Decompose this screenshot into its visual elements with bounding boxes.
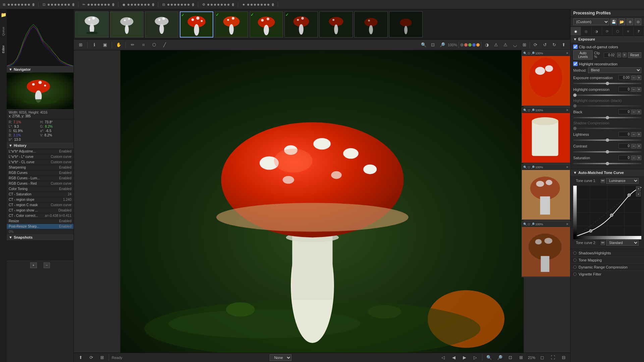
delete-icon-7[interactable]: 🗑 [270, 2, 276, 7]
profile-dropdown[interactable]: (Custom) [573, 18, 609, 25]
preview-3-zoom-minus[interactable]: 🔍 [523, 166, 527, 169]
preview-2-zoom-fit[interactable]: ⊡ [528, 109, 530, 112]
preview-2-close[interactable]: ✕ [566, 108, 569, 112]
black-plus[interactable]: + [637, 110, 641, 114]
history-item-5[interactable]: RGB Curves - Lum... Enabled [7, 176, 73, 181]
tab-raw[interactable]: ⬡ [612, 27, 623, 36]
exposure-section-header[interactable]: ▼ Exposure [571, 36, 644, 43]
history-item-2[interactable]: L*a*b* - CL curve Custom curve [7, 160, 73, 165]
grid-button[interactable]: ⊞ [76, 41, 85, 49]
zoom-plus-button[interactable]: 🔎 [438, 41, 446, 49]
vignette-filter-header[interactable]: Vignette Filter [571, 270, 644, 278]
none-dropdown[interactable]: None [270, 354, 291, 361]
contrast-input[interactable] [619, 143, 631, 148]
tab-meta2[interactable]: ⁋ [634, 27, 644, 36]
history-item-13[interactable]: Resize Enabled [7, 219, 73, 224]
delete-icon-5[interactable]: 🗑 [191, 2, 196, 7]
history-item-3[interactable]: Sharpening Enabled [7, 165, 73, 170]
delete-icon-4[interactable]: 🗑 [151, 2, 156, 7]
queue-icon[interactable]: ⊡ [41, 2, 47, 7]
history-item-14[interactable]: Post-Resize Sharp... Enabled [7, 224, 73, 229]
zoom-out-btn[interactable]: 🔍 [485, 354, 493, 362]
preview-1-zoom-minus[interactable]: 🔍 [523, 52, 527, 55]
tone-mapping-header[interactable]: Tone Mapping [571, 256, 644, 263]
black-minus[interactable]: − [631, 110, 636, 114]
star-icon[interactable]: ★ [241, 2, 246, 7]
hand-tool-button[interactable]: ✋ [115, 41, 123, 49]
saturation-input[interactable] [619, 155, 631, 160]
fullscreen-btn[interactable]: ⛶ [549, 354, 557, 362]
exp-comp-input[interactable] [619, 75, 631, 80]
tab-detail[interactable]: ◎ [581, 27, 591, 36]
pick-shadows-btn[interactable]: ▪ [636, 186, 641, 191]
snapshots-remove-button[interactable]: − [44, 262, 50, 268]
filter-icon[interactable]: ◉ [121, 2, 126, 7]
info-button[interactable]: ℹ [90, 41, 98, 49]
saturation-minus[interactable]: − [631, 156, 636, 160]
profile-load-btn[interactable]: 📂 [619, 18, 625, 25]
preview-2-zoom-minus[interactable]: 🔍 [523, 109, 527, 112]
shadows-highlights-header[interactable]: Shadows/Highlights [571, 249, 644, 256]
redo-btn[interactable]: ↻ [550, 41, 558, 49]
preview-1-zoom-fit[interactable]: ⊡ [528, 52, 530, 55]
saturation-slider[interactable] [573, 163, 641, 164]
zoom-fit-button[interactable]: ⊡ [429, 41, 437, 49]
exp-comp-minus[interactable]: − [631, 75, 636, 80]
layers-icon[interactable]: ⊟ [161, 2, 166, 7]
pick-midtones-btn[interactable]: ▪ [636, 192, 641, 196]
fit-display-btn[interactable]: ⊞ [520, 41, 528, 49]
profile-paste-btn[interactable]: ⊖ [635, 18, 641, 25]
contrast-plus[interactable]: + [637, 144, 641, 148]
tone-curve-1-select[interactable]: Luminance [606, 178, 639, 184]
color-picker-button[interactable]: ✏ [128, 41, 137, 49]
zoom-fit-status-btn[interactable]: ⊡ [506, 354, 515, 362]
lightness-plus[interactable]: + [637, 132, 641, 137]
profile-copy-btn[interactable]: ⊕ [627, 18, 633, 25]
lightness-input[interactable] [619, 132, 631, 137]
preview-4-close[interactable]: ✕ [566, 222, 569, 226]
delete-icon-2[interactable]: 🗑 [71, 2, 76, 7]
status-undo-btn[interactable]: ◀ [450, 354, 458, 362]
tab-transform[interactable]: ⟳ [602, 27, 612, 36]
undo-btn[interactable]: ↺ [541, 41, 549, 49]
preview-4-zoom-fit[interactable]: ⊡ [528, 223, 530, 226]
tone-curve-2-pencil[interactable]: ✏ [601, 241, 605, 245]
preview-1-close[interactable]: ✕ [566, 51, 569, 55]
edit-icon[interactable]: ✏ [81, 2, 87, 7]
filmstrip-thumb-2[interactable] [110, 11, 144, 38]
auto-levels-btn[interactable]: Auto Levels [573, 50, 593, 60]
filmstrip-thumb-10[interactable] [389, 11, 423, 38]
sidebar-item-queue[interactable]: Queue [0, 25, 6, 37]
tone-curve-section-header[interactable]: ▼ Auto-Matched Tone Curve [571, 169, 644, 176]
history-item-8[interactable]: CT - Saturation 24 [7, 192, 73, 197]
hl-comp-slider[interactable] [573, 95, 641, 96]
history-item-12[interactable]: CT - Color correct... a=-0.438 b=0.411 [7, 213, 73, 219]
dual-window-btn[interactable]: ⊟ [559, 354, 568, 362]
status-prev-btn[interactable]: ◁ [439, 354, 447, 362]
before-after-button[interactable]: ▣ [101, 41, 109, 49]
export-bottom-btn[interactable]: ⬆ [76, 354, 85, 362]
delete-icon-3[interactable]: 🗑 [111, 2, 116, 7]
zoom-fullscreen-btn[interactable]: ⊞ [517, 354, 525, 362]
tone-curve-2-select[interactable]: Standard [606, 240, 639, 246]
history-item-0[interactable]: L*a*b* Adjustme... Enabled [7, 149, 73, 154]
dynamic-range-header[interactable]: Dynamic Range Compression [571, 263, 644, 270]
perspective-button[interactable]: ⬡ [150, 41, 158, 49]
contrast-slider[interactable] [573, 151, 641, 153]
hl-comp-minus[interactable]: − [631, 87, 636, 92]
settings-icon[interactable]: ⚙ [201, 2, 206, 7]
highlight-recon-checkbox[interactable] [573, 62, 578, 66]
clip-pct-input[interactable] [604, 53, 616, 58]
zoom-minus-button[interactable]: 🔍 [420, 41, 428, 49]
tab-meta[interactable]: ≡ [623, 27, 633, 36]
history-item-11[interactable]: CT - region show ... Disabled [7, 208, 73, 213]
history-item-1[interactable]: L*a*b* - L* curve Custom curve [7, 154, 73, 160]
method-dropdown[interactable]: Blend [588, 67, 641, 73]
filmstrip-thumb-3[interactable] [145, 11, 178, 38]
warn-btn-1[interactable]: ⚠ [492, 41, 500, 49]
history-item-9[interactable]: CT - region slope 1.240 [7, 197, 73, 202]
filmstrip-thumb-9[interactable] [354, 11, 388, 38]
fit-window-btn[interactable]: ◻ [538, 354, 546, 362]
preview-1-zoom-plus[interactable]: 🔎 [531, 52, 535, 55]
delete-icon-1[interactable]: 🗑 [31, 2, 36, 7]
